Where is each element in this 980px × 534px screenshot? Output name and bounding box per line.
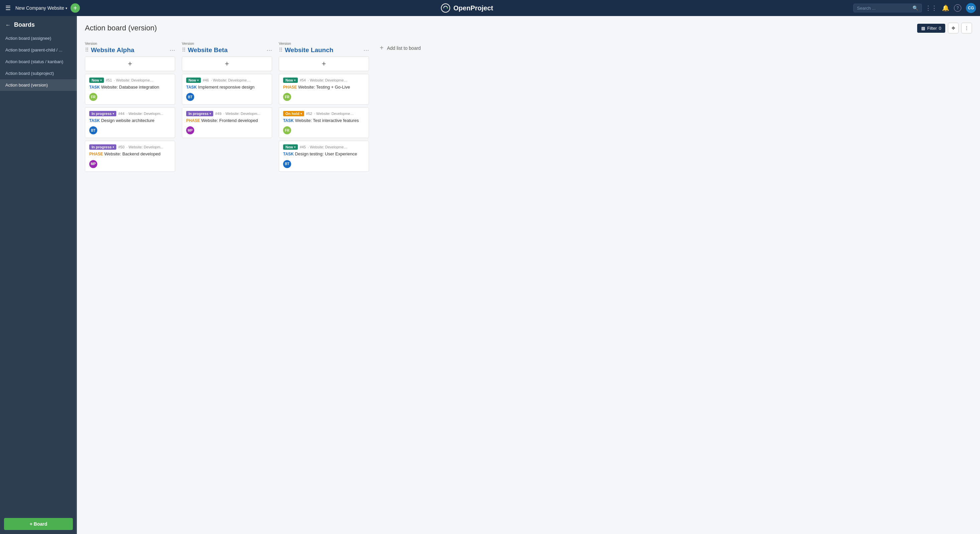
- chevron-down-icon: ▾: [65, 6, 67, 10]
- card[interactable]: New ▾#54· Website: Development + R...PHA…: [279, 74, 369, 105]
- card[interactable]: On hold ▾#52· Website: Development...TAS…: [279, 107, 369, 138]
- sidebar-item-assignee[interactable]: Action board (assignee): [0, 32, 77, 44]
- top-navigation: ☰ New Company Website ▾ + OpenProject 🔍 …: [0, 0, 980, 16]
- project-name: New Company Website: [15, 5, 64, 11]
- card-version-ref: · Website: Development + R...: [211, 78, 251, 82]
- status-chevron-icon: ▾: [294, 146, 296, 149]
- card-type: PHASE: [186, 118, 200, 123]
- column-alpha: Version⠿Website Alpha···+New ▾#51· Websi…: [85, 41, 175, 175]
- add-list-button[interactable]: +Add list to board: [376, 41, 425, 54]
- column-header-beta: Version⠿Website Beta···: [182, 41, 272, 54]
- card-version-ref: · Website: Developm...: [126, 111, 163, 116]
- card-body: PHASE Website: Backend developed: [89, 151, 171, 157]
- card-version-ref: · Website: Development + R...: [114, 78, 154, 82]
- card-version-ref: · Website: Development + R...: [308, 78, 348, 82]
- card[interactable]: New ▾#45· Website: Development + R...TAS…: [279, 141, 369, 172]
- column-version-label: Version: [85, 41, 175, 45]
- column-drag-handle-icon[interactable]: ⠿: [85, 47, 89, 53]
- column-beta: Version⠿Website Beta···+New ▾#46· Websit…: [182, 41, 272, 141]
- card-type: TASK: [283, 152, 294, 156]
- status-badge[interactable]: In progress ▾: [186, 111, 213, 116]
- status-badge[interactable]: On hold ▾: [283, 111, 304, 116]
- project-selector[interactable]: New Company Website ▾: [15, 5, 67, 11]
- sidebar-item-subproject[interactable]: Action board (subproject): [0, 67, 77, 79]
- add-button[interactable]: +: [70, 3, 80, 13]
- column-more-icon[interactable]: ···: [169, 46, 175, 54]
- more-options-button[interactable]: ⋮: [961, 23, 972, 33]
- card-title: Website: Frontend developed: [201, 118, 258, 123]
- card-number: #46: [203, 78, 209, 82]
- board-container: Version⠿Website Alpha···+New ▾#51· Websi…: [85, 41, 972, 175]
- add-card-button[interactable]: +: [85, 56, 175, 71]
- status-chevron-icon: ▾: [210, 112, 211, 115]
- card-type: TASK: [283, 118, 294, 123]
- card[interactable]: In progress ▾#50· Website: Developm...PH…: [85, 141, 175, 172]
- back-arrow-icon[interactable]: ←: [5, 22, 11, 28]
- card[interactable]: New ▾#46· Website: Development + R...TAS…: [182, 74, 272, 105]
- card-type: TASK: [89, 118, 100, 123]
- card-footer: BT: [186, 93, 268, 101]
- card-title: Implement responsive design: [198, 84, 255, 89]
- card[interactable]: New ▾#51· Website: Development + R...TAS…: [85, 74, 175, 105]
- sidebar-item-status[interactable]: Action board (status / kanban): [0, 56, 77, 67]
- add-card-button[interactable]: +: [279, 56, 369, 71]
- card-top: In progress ▾#50· Website: Developm...: [89, 145, 171, 150]
- column-more-icon[interactable]: ···: [266, 46, 272, 54]
- card-footer: MP: [186, 126, 268, 134]
- filter-button[interactable]: ▩ Filter 0: [917, 24, 945, 33]
- column-drag-handle-icon[interactable]: ⠿: [279, 47, 283, 53]
- card-footer: MP: [89, 160, 171, 168]
- status-badge[interactable]: In progress ▾: [89, 111, 116, 116]
- status-badge[interactable]: New ▾: [89, 78, 104, 83]
- card[interactable]: In progress ▾#49· Website: Developm...PH…: [182, 107, 272, 138]
- add-board-button[interactable]: + Board: [4, 518, 73, 530]
- column-drag-handle-icon[interactable]: ⠿: [182, 47, 186, 53]
- sidebar: ← Boards Action board (assignee) Action …: [0, 16, 77, 534]
- column-version-label: Version: [182, 41, 272, 45]
- sidebar-nav: Action board (assignee) Action board (pa…: [0, 31, 77, 514]
- search-box[interactable]: 🔍: [853, 4, 922, 13]
- card-title: Website: Backend developed: [104, 151, 161, 156]
- sidebar-item-version[interactable]: Action board (version): [0, 79, 77, 91]
- card-avatar: BT: [186, 93, 194, 101]
- svg-point-0: [447, 7, 448, 9]
- card-body: PHASE Website: Frontend developed: [186, 118, 268, 124]
- card-type: TASK: [186, 85, 197, 89]
- card-number: #52: [306, 111, 312, 116]
- status-badge[interactable]: New ▾: [283, 78, 298, 83]
- user-avatar[interactable]: CG: [966, 3, 976, 13]
- card-body: TASK Design website architecture: [89, 118, 171, 124]
- sidebar-item-parent-child[interactable]: Action board (parent-child / ...: [0, 44, 77, 56]
- main-content: Action board (version) ▩ Filter 0 ❖ ⋮ Ve…: [77, 16, 980, 534]
- card-version-ref: · Website: Development...: [314, 111, 354, 116]
- card-version-ref: · Website: Development + R...: [308, 145, 348, 149]
- card-top: New ▾#46· Website: Development + R...: [186, 78, 268, 83]
- bell-icon[interactable]: 🔔: [942, 4, 949, 12]
- card-type: TASK: [89, 85, 100, 89]
- card-body: TASK Website: Database integration: [89, 84, 171, 90]
- column-title: Website Launch: [285, 46, 363, 54]
- fullscreen-icon: ❖: [951, 25, 956, 31]
- status-badge[interactable]: New ▾: [186, 78, 201, 83]
- column-more-icon[interactable]: ···: [363, 46, 369, 54]
- card-top: On hold ▾#52· Website: Development...: [283, 111, 365, 116]
- grid-icon[interactable]: ⋮⋮: [925, 4, 937, 12]
- status-badge[interactable]: New ▾: [283, 145, 298, 150]
- status-badge[interactable]: In progress ▾: [89, 145, 116, 150]
- sidebar-resize-handle[interactable]: [76, 16, 77, 534]
- card-top: In progress ▾#49· Website: Developm...: [186, 111, 268, 116]
- help-icon[interactable]: ?: [954, 4, 961, 12]
- status-chevron-icon: ▾: [301, 112, 302, 115]
- card-title: Design website architecture: [101, 118, 154, 123]
- hamburger-menu-icon[interactable]: ☰: [4, 3, 12, 13]
- search-input[interactable]: [857, 6, 910, 11]
- card-title: Website: Testing + Go-Live: [298, 84, 350, 89]
- card[interactable]: In progress ▾#44· Website: Developm...TA…: [85, 107, 175, 138]
- column-title-row: ⠿Website Launch···: [279, 46, 369, 54]
- card-top: New ▾#45· Website: Development + R...: [283, 145, 365, 150]
- filter-count: 0: [939, 26, 941, 31]
- fullscreen-button[interactable]: ❖: [948, 23, 959, 33]
- logo-area: OpenProject: [83, 3, 850, 13]
- add-card-button[interactable]: +: [182, 56, 272, 71]
- sidebar-header: ← Boards: [0, 16, 77, 31]
